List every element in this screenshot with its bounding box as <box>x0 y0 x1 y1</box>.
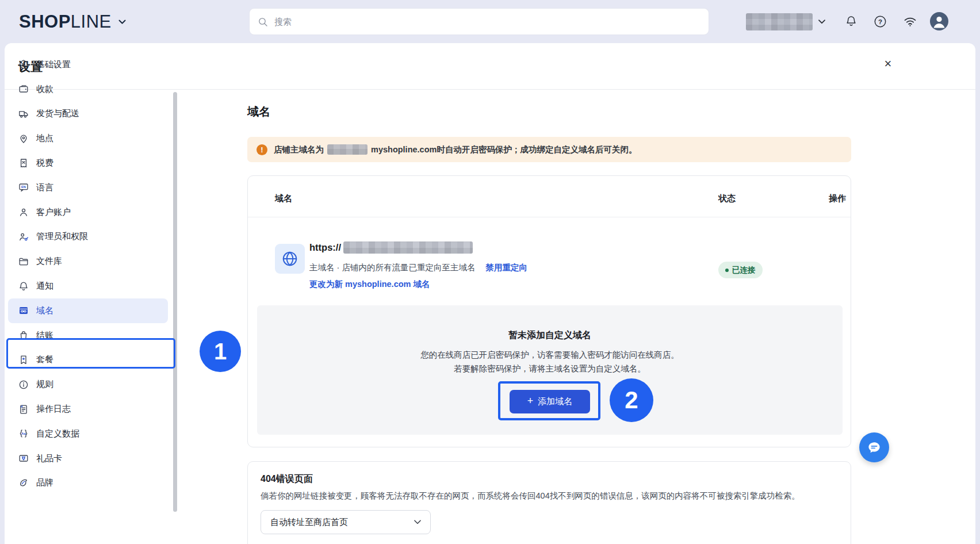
sidebar-item-customer-accounts[interactable]: 客户账户 <box>8 200 168 225</box>
store-name-redacted <box>746 13 813 30</box>
sidebar-item-taxes[interactable]: 税费 <box>8 151 168 175</box>
empty-state-title: 暂未添加自定义域名 <box>257 330 843 342</box>
column-header-action: 操作 <box>829 193 846 204</box>
activity-log-icon <box>18 404 29 415</box>
change-domain-row: 更改为新 myshopline.com 域名 <box>309 279 430 290</box>
close-button[interactable]: × <box>880 56 896 72</box>
disable-redirect-link[interactable]: 禁用重定向 <box>485 262 527 273</box>
sidebar-item-domains[interactable]: 域名 <box>8 298 168 323</box>
bell-icon <box>845 15 858 28</box>
empty-state-line2: 若要解除密码保护，请将主域名设置为自定义域名。 <box>257 363 843 374</box>
help-icon: ? <box>874 15 887 28</box>
gear-icon <box>18 59 29 70</box>
domain-icon <box>18 305 29 316</box>
sidebar-item-brand[interactable]: 品牌 <box>8 471 168 496</box>
sidebar-item-locations[interactable]: 地点 <box>8 126 168 151</box>
top-bar: SHOPLINE ? <box>0 0 980 43</box>
wallet-icon <box>18 84 29 94</box>
column-header-domain: 域名 <box>275 193 292 204</box>
folder-icon <box>18 256 29 267</box>
network-status[interactable] <box>903 14 917 28</box>
annotation-rect-domains-item <box>6 338 175 369</box>
rules-icon <box>18 380 29 390</box>
sidebar-item-admins-permissions[interactable]: 管理员和权限 <box>8 225 168 250</box>
account-avatar[interactable] <box>929 12 949 31</box>
column-header-status: 状态 <box>718 193 736 204</box>
svg-text:?: ? <box>878 18 882 25</box>
svg-text:Aa: Aa <box>21 432 26 436</box>
globe-icon <box>275 244 305 274</box>
banner-text: 店铺主域名为 myshopline.com时自动开启密码保护；成功绑定自定义域名… <box>274 144 637 155</box>
customer-icon <box>18 207 29 217</box>
language-icon: EN <box>18 182 29 193</box>
sidebar-item-notifications[interactable]: 通知 <box>8 274 168 298</box>
warning-icon: ! <box>257 144 267 155</box>
sidebar-item-custom-data[interactable]: Aa 自定义数据 <box>8 422 168 446</box>
receipt-icon <box>18 158 29 168</box>
primary-domain-url: https:// <box>309 242 473 254</box>
avatar-icon <box>929 12 949 31</box>
password-protection-banner: ! 店铺主域名为 myshopline.com时自动开启密码保护；成功绑定自定义… <box>247 137 851 162</box>
brand-icon <box>18 478 29 488</box>
svg-text:EN: EN <box>21 185 26 189</box>
logo-chevron-down-icon <box>118 20 126 25</box>
sidebar-scrollbar[interactable] <box>173 92 177 512</box>
annotation-rect-add-domain <box>498 381 600 420</box>
sidebar-item-gift-cards[interactable]: 礼品卡 <box>8 446 168 471</box>
error-404-select[interactable]: 自动转址至商店首页 <box>261 510 431 534</box>
admin-permissions-icon <box>18 232 29 242</box>
domain-subtitle-row: 主域名 · 店铺内的所有流量已重定向至主域名 禁用重定向 <box>309 262 527 273</box>
error-404-card: 404错误页面 倘若你的网址链接被变更，顾客将无法存取不存在的网页，而系统将会传… <box>247 461 851 544</box>
bell-icon <box>18 281 29 292</box>
chevron-down-icon <box>414 520 421 524</box>
settings-sidebar: 基础设置 收款 发货与配送 地点 税费 EN 语言 客户账户 管理员和权限 <box>5 52 171 495</box>
truck-icon <box>18 109 29 119</box>
status-badge: 已连接 <box>718 262 763 278</box>
logo-text: SHOPLINE <box>19 12 112 32</box>
domain-redacted <box>343 242 473 254</box>
error-404-description: 倘若你的网址链接被变更，顾客将无法存取不存在的网页，而系统将会传回404找不到网… <box>261 491 838 501</box>
chat-icon <box>867 440 882 455</box>
annotation-step-1: 1 <box>200 331 241 372</box>
change-domain-link[interactable]: 更改为新 myshopline.com 域名 <box>309 279 430 289</box>
empty-state-line1: 您的在线商店已开启密码保护，访客需要输入密码才能访问在线商店。 <box>257 350 843 361</box>
error-404-select-value: 自动转址至商店首页 <box>270 517 348 528</box>
help-button[interactable]: ? <box>873 14 887 28</box>
gift-card-icon <box>18 453 29 463</box>
wifi-icon <box>904 15 917 28</box>
sidebar-item-activity-log[interactable]: 操作日志 <box>8 397 168 422</box>
account-chevron-down-icon <box>818 20 825 24</box>
notifications-button[interactable] <box>844 14 858 28</box>
screen: SHOPLINE ? 设置 × <box>0 0 980 544</box>
sidebar-item-rules[interactable]: 规则 <box>8 372 168 397</box>
support-chat-button[interactable] <box>859 432 889 462</box>
account-menu[interactable] <box>746 13 825 30</box>
page-title: 域名 <box>247 104 270 120</box>
sidebar-item-files[interactable]: 文件库 <box>8 249 168 274</box>
error-404-title: 404错误页面 <box>261 473 838 485</box>
global-search[interactable] <box>249 8 709 35</box>
store-prefix-redacted <box>327 144 368 155</box>
location-pin-icon <box>18 133 29 144</box>
domain-subtitle: 主域名 · 店铺内的所有流量已重定向至主域名 <box>309 262 475 273</box>
custom-data-icon: Aa <box>18 428 29 439</box>
shopline-logo[interactable]: SHOPLINE <box>19 12 126 32</box>
sidebar-item-languages[interactable]: EN 语言 <box>8 175 168 200</box>
sidebar-item-shipping[interactable]: 发货与配送 <box>8 102 168 127</box>
sidebar-item-payments[interactable]: 收款 <box>8 77 168 102</box>
table-divider <box>248 217 851 217</box>
sidebar-item-basic-settings[interactable]: 基础设置 <box>8 52 168 77</box>
search-icon <box>258 17 268 27</box>
annotation-step-2: 2 <box>610 378 653 422</box>
search-input[interactable] <box>273 16 700 27</box>
